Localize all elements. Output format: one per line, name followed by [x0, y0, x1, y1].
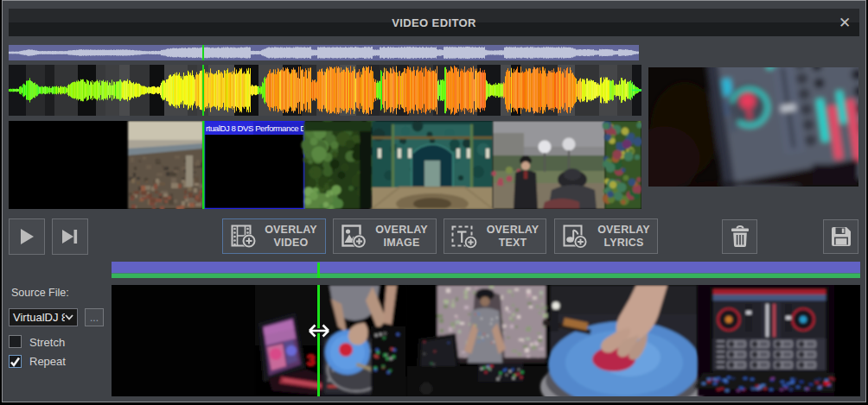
svg-text:3: 3	[307, 352, 315, 369]
